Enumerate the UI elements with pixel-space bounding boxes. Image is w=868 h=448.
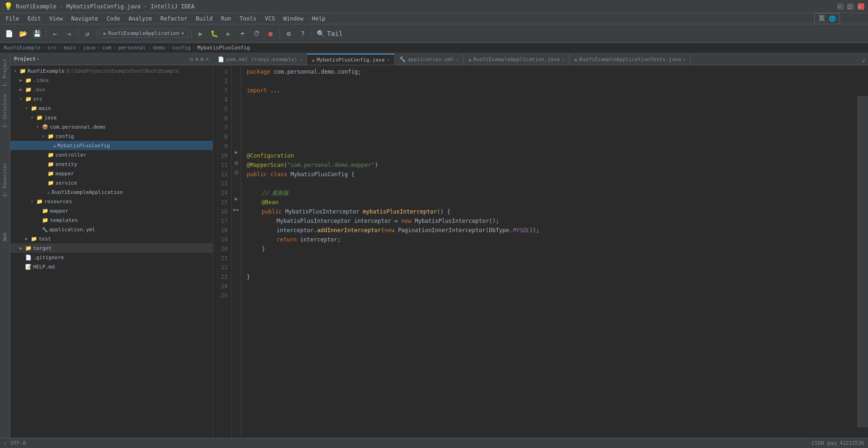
- menu-edit[interactable]: Edit: [24, 14, 45, 23]
- tree-item-enetity[interactable]: 📁 enetity: [10, 159, 213, 169]
- tree-item-mapper-res[interactable]: 📁 mapper: [10, 206, 213, 215]
- make-button[interactable]: ▶: [194, 28, 207, 40]
- back-button[interactable]: ←: [49, 28, 61, 40]
- line-num-18: 18: [213, 226, 228, 235]
- breadcrumb-ruoyiexample[interactable]: RuoYiExample: [4, 45, 41, 51]
- profile-button[interactable]: ⏱: [250, 28, 263, 40]
- fold-icon-11[interactable]: −: [235, 161, 238, 165]
- project-tab[interactable]: 1: Project: [1, 55, 9, 90]
- tab-mainapp[interactable]: ☕ RuoYiExampleApplication.java ✕: [464, 54, 569, 65]
- tree-item-config[interactable]: ▾ 📁 config: [10, 131, 213, 141]
- tree-item-help[interactable]: 📝 HELP.md: [10, 262, 213, 271]
- tree-item-mvn[interactable]: ▶ 📁 .mvn: [10, 85, 213, 94]
- line-num-1: 1: [213, 67, 228, 76]
- search-everywhere-button[interactable]: 🔍: [315, 28, 327, 40]
- tree-item-templates[interactable]: 📁 templates: [10, 215, 213, 225]
- breadcrumb-com[interactable]: com: [102, 45, 111, 51]
- src-folder-icon: 📁: [25, 96, 32, 102]
- tree-item-target[interactable]: ▶ 📁 target: [10, 243, 213, 253]
- tab-pom-close[interactable]: ✕: [299, 57, 302, 62]
- forward-button[interactable]: →: [63, 28, 75, 40]
- tree-item-mainapp[interactable]: ☕ RuoYiExampleApplication: [10, 187, 213, 197]
- project-icon-settings[interactable]: ⚙: [201, 56, 204, 62]
- open-button[interactable]: 📂: [17, 28, 29, 40]
- refresh-button[interactable]: ↺: [81, 28, 93, 40]
- tab-mybatis[interactable]: ☕ MybatisPlusConfig.java ✕: [307, 54, 394, 65]
- project-icon-close[interactable]: ✕: [206, 56, 209, 62]
- tree-item-appyml[interactable]: 🔧 application.yml: [10, 225, 213, 234]
- menu-help[interactable]: Help: [308, 14, 329, 23]
- settings-button[interactable]: ⚙: [283, 28, 295, 40]
- line-num-15: 15: [213, 198, 228, 207]
- favorites-tab[interactable]: 2: Favorites: [1, 159, 9, 200]
- project-icon-locate[interactable]: ◎: [190, 56, 193, 62]
- tree-item-java[interactable]: ▾ 📁 java: [10, 113, 213, 122]
- breadcrumb-demo[interactable]: demo: [153, 45, 166, 51]
- close-button[interactable]: ✕: [858, 3, 864, 10]
- menu-view[interactable]: View: [46, 14, 67, 23]
- breadcrumb-personnal[interactable]: personnal: [118, 45, 146, 51]
- gutter-15b[interactable]: ▶▶: [232, 205, 241, 214]
- menu-build[interactable]: Build: [192, 14, 216, 23]
- tree-item-mybatisconfig[interactable]: ☕ MybatisPlusConfig: [10, 141, 213, 150]
- tree-item-gitignore[interactable]: 📄 .gitignore: [10, 253, 213, 262]
- menu-tools[interactable]: Tools: [236, 14, 260, 23]
- tree-item-resources[interactable]: ▾ 📁 resources: [10, 197, 213, 206]
- tree-item-idea[interactable]: ▶ 📁 .idea: [10, 76, 213, 85]
- save-button[interactable]: 💾: [31, 28, 43, 40]
- menu-window[interactable]: Window: [279, 14, 307, 23]
- tab-application[interactable]: 🔧 application.yml ✕: [395, 54, 464, 65]
- tab-application-close[interactable]: ✕: [456, 57, 458, 62]
- menu-vcs[interactable]: VCS: [261, 14, 279, 23]
- menu-run[interactable]: Run: [217, 14, 235, 23]
- menu-code[interactable]: Code: [103, 14, 124, 23]
- window-controls[interactable]: — □ ✕: [837, 3, 864, 10]
- tree-item-package[interactable]: ▾ 📦 com.personnal.demo: [10, 122, 213, 131]
- tree-item-main[interactable]: ▾ 📁 main: [10, 103, 213, 113]
- tree-item-test[interactable]: ▶ 📁 test: [10, 234, 213, 243]
- tree-item-mapper[interactable]: 📁 mapper: [10, 169, 213, 178]
- tab-mybatis-close[interactable]: ✕: [387, 57, 389, 62]
- pom-tab-icon: 📄: [218, 56, 224, 62]
- tab-mainapp-close[interactable]: ✕: [562, 57, 564, 62]
- breadcrumb-src[interactable]: src: [48, 45, 57, 51]
- menu-refactor[interactable]: Refactor: [157, 14, 191, 23]
- tree-item-src[interactable]: ▾ 📁 src: [10, 94, 213, 103]
- project-icon-collapse[interactable]: ≡: [195, 56, 198, 62]
- tree-item-ruoyiexample[interactable]: ▾ 📁 RuoYiExample D:\IdeaProjects\Example…: [10, 66, 213, 76]
- breadcrumb-config[interactable]: config: [172, 45, 191, 51]
- tab-maintest-close[interactable]: ✕: [683, 57, 686, 62]
- minimize-button[interactable]: —: [837, 3, 844, 10]
- breadcrumb-java[interactable]: java: [83, 45, 96, 51]
- gutter-10[interactable]: ▶: [232, 149, 241, 159]
- gutter-7: [232, 121, 241, 131]
- maximize-button[interactable]: □: [847, 3, 854, 10]
- stop-button[interactable]: ■: [264, 28, 277, 40]
- ime-indicator[interactable]: 英 🌐: [814, 13, 840, 24]
- project-dropdown-icon[interactable]: ▾: [36, 56, 39, 62]
- debug-button[interactable]: 🐛: [208, 28, 221, 40]
- web-tab[interactable]: Web: [1, 229, 9, 245]
- help-button[interactable]: ?: [297, 28, 309, 40]
- line-numbers: 1 2 3 4 5 6 7 8 9 10 11 12 13 14 15 16 1…: [213, 65, 232, 438]
- tab-maintest[interactable]: ☕ RuoYiExampleApplicationTests.java ✕: [569, 54, 691, 65]
- tree-label-config: config: [56, 133, 74, 139]
- menu-file[interactable]: File: [2, 14, 23, 23]
- gutter-15[interactable]: ▶: [232, 196, 241, 205]
- coverage-button[interactable]: ☂: [236, 28, 249, 40]
- code-line-4: [247, 95, 856, 104]
- run-button[interactable]: ▶: [222, 28, 235, 40]
- menu-navigate[interactable]: Navigate: [68, 14, 102, 23]
- fold-icon-12[interactable]: [235, 171, 238, 174]
- breadcrumb-mybatisconfig[interactable]: MybatisPlusConfig: [197, 45, 250, 51]
- breadcrumb-main[interactable]: main: [64, 45, 76, 51]
- code-line-13: [247, 179, 856, 188]
- tab-pom[interactable]: 📄 pom.xml (ruoyi-example) ✕: [213, 54, 307, 65]
- structure-tab[interactable]: Z: Structure: [1, 90, 9, 131]
- tree-item-service[interactable]: 📁 service: [10, 178, 213, 187]
- run-config-selector[interactable]: ▶ RuoYiExampleApplication ▾: [99, 29, 188, 38]
- new-file-button[interactable]: 📄: [3, 28, 15, 40]
- menu-analyze[interactable]: Analyze: [125, 14, 156, 23]
- tree-item-controller[interactable]: 📁 controller: [10, 150, 213, 159]
- code-editor[interactable]: package com.personnal.demo.config; impor…: [241, 65, 861, 438]
